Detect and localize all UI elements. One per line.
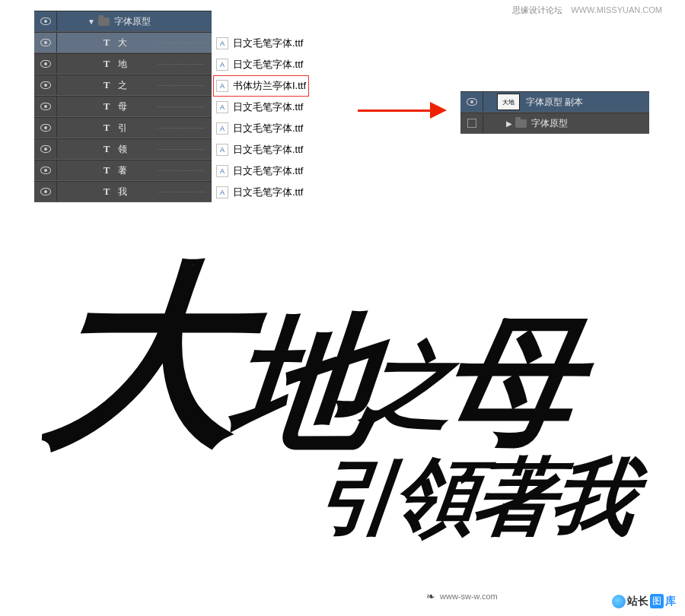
visibility-toggle[interactable]	[34, 139, 57, 159]
footer-watermark-right: 站长 图 库	[612, 594, 676, 608]
font-file-icon	[216, 165, 228, 177]
layer-options-dots: ··················	[158, 188, 206, 195]
text-layer-row[interactable]: T 我 ··················	[34, 181, 212, 202]
font-file-list: 日文毛笔字体.ttf 日文毛笔字体.ttf 书体坊兰亭体I.ttf 日文毛笔字体…	[216, 33, 309, 203]
font-file-item[interactable]: 日文毛笔字体.ttf	[216, 118, 309, 139]
visibility-toggle[interactable]	[460, 113, 483, 133]
font-file-item[interactable]: 日文毛笔字体.ttf	[216, 54, 309, 75]
eye-icon	[40, 145, 51, 153]
logo-text: 站长	[627, 595, 648, 608]
type-layer-icon: T	[101, 79, 112, 91]
forum-url: WWW.MISSYUAN.COM	[571, 5, 662, 14]
calligraphy-artwork: 大地之母 引領著我	[46, 259, 655, 554]
type-layer-icon: T	[101, 186, 112, 198]
font-file-name: 日文毛笔字体.ttf	[233, 186, 303, 199]
type-layer-icon: T	[101, 143, 112, 155]
logo-icon	[612, 595, 626, 608]
text-layer-row[interactable]: T 地 ··················	[34, 53, 212, 75]
disclosure-triangle-icon[interactable]: ▶	[506, 119, 512, 128]
type-layer-icon: T	[101, 37, 112, 49]
visibility-toggle[interactable]	[34, 160, 57, 180]
eye-icon	[40, 103, 51, 110]
layers-panel-left[interactable]: ▼ 字体原型 T 大 ·················· T 地 ······…	[34, 11, 212, 202]
font-file-icon	[216, 101, 228, 113]
type-layer-icon: T	[101, 164, 112, 176]
visibility-toggle[interactable]	[460, 92, 483, 112]
type-layer-icon: T	[101, 58, 112, 70]
visibility-toggle[interactable]	[34, 11, 57, 31]
text-layer-row[interactable]: T 著 ··················	[34, 160, 212, 181]
visibility-toggle[interactable]	[34, 75, 57, 95]
font-file-icon	[216, 59, 228, 71]
layer-name: 我	[118, 186, 158, 198]
eye-icon	[40, 60, 51, 68]
visibility-toggle[interactable]	[34, 182, 57, 202]
eye-icon	[467, 98, 477, 106]
font-file-icon	[216, 80, 228, 92]
eye-icon	[40, 167, 51, 174]
font-file-item[interactable]: 日文毛笔字体.ttf	[216, 139, 309, 160]
folder-icon	[515, 119, 527, 128]
visibility-toggle[interactable]	[34, 54, 57, 74]
artwork-char: 之	[359, 341, 449, 432]
artwork-line1: 大地之母	[37, 259, 664, 456]
font-file-name: 书体坊兰亭体I.ttf	[233, 79, 306, 93]
font-file-name: 日文毛笔字体.ttf	[233, 122, 303, 135]
layer-options-dots: ··················	[158, 124, 206, 132]
layer-group-row[interactable]: ▼ 字体原型	[34, 11, 212, 32]
layer-name: 著	[118, 164, 158, 177]
artwork-line2: 引領著我	[40, 441, 638, 554]
layer-options-dots: ··················	[158, 39, 206, 46]
smart-object-layer-row[interactable]: 大地 字体原型 副本	[460, 91, 649, 113]
artwork-char: 母	[436, 314, 576, 451]
layer-name: 引	[118, 122, 158, 135]
font-file-icon	[216, 186, 228, 198]
font-file-item[interactable]: 日文毛笔字体.ttf	[216, 160, 309, 182]
layer-name: 之	[118, 79, 158, 92]
eye-icon	[40, 124, 51, 132]
text-layer-row[interactable]: T 大 ··················	[34, 32, 212, 53]
header-watermark: 思缘设计论坛 WWW.MISSYUAN.COM	[512, 5, 662, 16]
logo-badge: 图	[650, 594, 664, 608]
type-layer-icon: T	[101, 100, 112, 113]
visibility-toggle[interactable]	[34, 118, 57, 138]
folder-icon	[98, 17, 110, 26]
font-file-icon	[216, 37, 228, 49]
font-file-item[interactable]: 日文毛笔字体.ttf	[216, 97, 309, 118]
artwork-char: 地	[226, 311, 374, 456]
disclosure-triangle-icon[interactable]: ▼	[88, 17, 95, 26]
font-file-icon	[216, 144, 228, 156]
visibility-toggle[interactable]	[34, 97, 57, 116]
group-name: 字体原型	[114, 15, 212, 28]
layer-name: 大	[118, 37, 158, 49]
footer-url: www-sw-w.com	[440, 592, 498, 601]
layer-options-dots: ··················	[158, 145, 206, 153]
layer-options-dots: ··················	[158, 103, 206, 110]
layers-panel-right[interactable]: 大地 字体原型 副本 ▶ 字体原型	[460, 91, 649, 134]
layer-thumbnail: 大地	[497, 94, 520, 110]
font-file-item-highlighted[interactable]: 书体坊兰亭体I.ttf	[213, 75, 309, 97]
text-layer-row[interactable]: T 母 ··················	[34, 96, 212, 117]
font-file-name: 日文毛笔字体.ttf	[233, 143, 303, 157]
decorative-symbol-icon: ❧	[426, 590, 435, 602]
group-name: 字体原型	[531, 117, 649, 130]
layer-options-dots: ··················	[158, 60, 206, 68]
layer-options-dots: ··················	[158, 167, 206, 174]
layer-group-row[interactable]: ▶ 字体原型	[460, 113, 649, 134]
layer-name: 领	[118, 143, 158, 156]
layer-name: 地	[118, 58, 158, 71]
text-layer-row[interactable]: T 之 ··················	[34, 75, 212, 96]
font-file-name: 日文毛笔字体.ttf	[233, 100, 303, 114]
font-file-name: 日文毛笔字体.ttf	[233, 58, 303, 71]
text-layer-row[interactable]: T 引 ··················	[34, 117, 212, 138]
font-file-item[interactable]: 日文毛笔字体.ttf	[216, 33, 309, 54]
text-layer-row[interactable]: T 领 ··················	[34, 138, 212, 160]
visibility-empty-icon	[467, 119, 476, 128]
type-layer-icon: T	[101, 122, 112, 134]
layer-name: 字体原型 副本	[526, 96, 649, 109]
footer-watermark-left: ❧ www-sw-w.com	[426, 590, 498, 602]
artwork-char: 大	[37, 259, 244, 456]
eye-icon	[40, 188, 51, 195]
font-file-item[interactable]: 日文毛笔字体.ttf	[216, 182, 309, 203]
visibility-toggle[interactable]	[34, 33, 57, 52]
